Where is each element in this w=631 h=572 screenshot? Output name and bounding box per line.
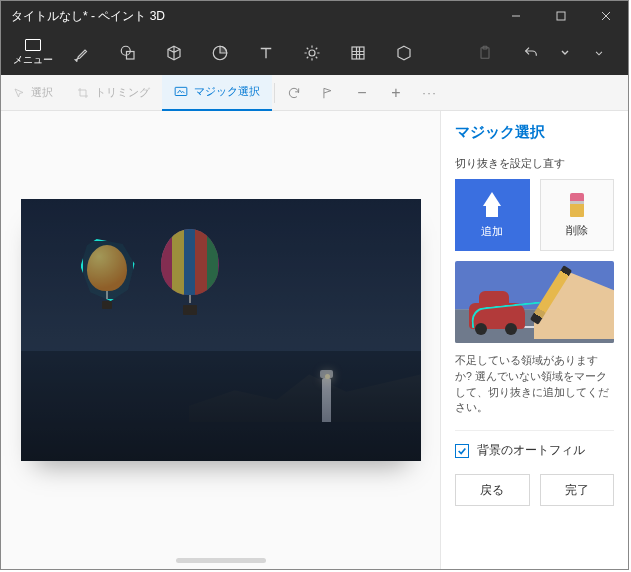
canvas-area[interactable] — [1, 111, 440, 569]
history-dropdown[interactable] — [554, 31, 576, 75]
library-3d-tool[interactable] — [381, 31, 427, 75]
panel-title: マジック選択 — [455, 123, 614, 142]
ribbon: メニュー — [1, 31, 628, 75]
panel-subtitle: 切り抜きを設定し直す — [455, 156, 614, 171]
remove-tool-card[interactable]: 削除 — [540, 179, 615, 251]
redo-button[interactable] — [576, 31, 622, 75]
crop-tool: トリミング — [65, 75, 162, 111]
svg-rect-8 — [352, 47, 364, 59]
magic-select-tool[interactable]: マジック選択 — [162, 75, 272, 111]
menu-label: メニュー — [13, 54, 53, 65]
canvas-tool[interactable] — [335, 31, 381, 75]
zoom-out-button[interactable]: − — [345, 84, 379, 102]
back-button[interactable]: 戻る — [455, 474, 530, 506]
side-panel: マジック選択 切り抜きを設定し直す 追加 削除 — [440, 111, 628, 569]
instruction-illustration — [455, 261, 614, 343]
close-button[interactable] — [583, 1, 628, 31]
canvas-image[interactable] — [21, 199, 421, 461]
checkmark-icon — [455, 444, 469, 458]
effects-tool[interactable] — [289, 31, 335, 75]
more-button[interactable]: ··· — [413, 87, 447, 99]
shapes-2d-tool[interactable] — [105, 31, 151, 75]
stickers-tool[interactable] — [197, 31, 243, 75]
paste-button — [462, 31, 508, 75]
titlebar: タイトルなし* - ペイント 3D — [1, 1, 628, 31]
rotate-button[interactable] — [277, 86, 311, 100]
flag-button[interactable] — [311, 86, 345, 100]
pencil-add-icon — [483, 192, 501, 218]
zoom-in-button[interactable]: + — [379, 84, 413, 102]
minimize-button[interactable] — [493, 1, 538, 31]
maximize-button[interactable] — [538, 1, 583, 31]
done-button[interactable]: 完了 — [540, 474, 615, 506]
autofill-checkbox[interactable]: 背景のオートフィル — [455, 443, 614, 458]
horizontal-scrollbar[interactable] — [176, 558, 266, 563]
add-tool-card[interactable]: 追加 — [455, 179, 530, 251]
app-window: タイトルなし* - ペイント 3D メニュー — [0, 0, 629, 570]
undo-button[interactable] — [508, 31, 554, 75]
sub-toolbar: 選択 トリミング マジック選択 − + ··· — [1, 75, 628, 111]
hint-text: 不足している領域がありますか? 選んでいない領域をマークして、切り抜きに追加して… — [455, 353, 614, 416]
svg-point-4 — [121, 46, 130, 55]
select-tool: 選択 — [1, 75, 65, 111]
brushes-tool[interactable] — [59, 31, 105, 75]
text-tool[interactable] — [243, 31, 289, 75]
svg-rect-1 — [557, 12, 565, 20]
window-title: タイトルなし* - ペイント 3D — [1, 8, 493, 25]
svg-point-7 — [309, 50, 315, 56]
shapes-3d-tool[interactable] — [151, 31, 197, 75]
menu-button[interactable]: メニュー — [7, 39, 59, 67]
eraser-icon — [568, 193, 586, 217]
